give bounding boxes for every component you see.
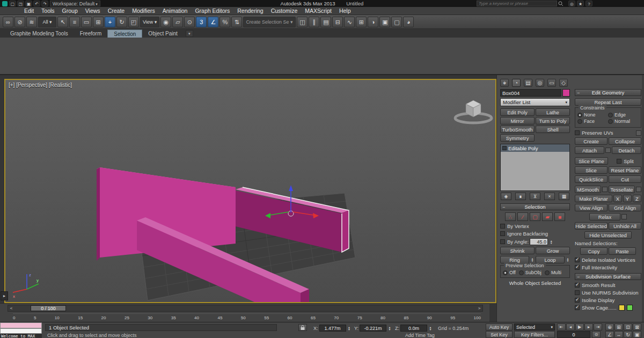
delete-isolated-vertices-checkbox[interactable]: Delete Isolated Vertices xyxy=(575,257,641,263)
field-of-view-icon[interactable]: ∠ xyxy=(605,331,614,338)
previous-frame-arrow[interactable]: < xyxy=(9,306,14,311)
constraint-radio[interactable]: Edge xyxy=(608,112,639,117)
key-mode-dropdown[interactable]: Selected▾ xyxy=(514,324,555,330)
border-mode-icon[interactable]: ▢ xyxy=(530,212,540,221)
loop-spinner[interactable]: ▲▼ xyxy=(566,258,570,262)
ribbon-toggle-icon[interactable]: ⊟ xyxy=(332,17,343,27)
hide-selected-button[interactable]: Hide Selected xyxy=(575,222,608,230)
grid-align-button[interactable]: Grid Align xyxy=(609,204,641,211)
modifier-button[interactable]: TurboSmooth xyxy=(500,126,535,133)
planar-y-button[interactable]: Y xyxy=(623,195,632,202)
display-tab-icon[interactable]: ▭ xyxy=(547,79,556,87)
selection-lock-toggle[interactable] xyxy=(298,324,307,331)
attach-button[interactable]: Attach xyxy=(575,146,604,154)
slice-button[interactable]: Slice xyxy=(575,166,608,174)
rendered-frame-window-icon[interactable]: ▢ xyxy=(391,17,402,27)
previous-frame-icon[interactable]: ◂ xyxy=(566,324,575,330)
time-slider-track[interactable]: < 0 / 100 > xyxy=(8,305,483,312)
bind-to-space-warp-icon[interactable]: ≋ xyxy=(26,17,37,27)
zoom-extents-all-icon[interactable]: ⊠ xyxy=(633,324,641,330)
window-crossing-toggle-icon[interactable]: ⊞ xyxy=(93,17,104,27)
ring-spinner[interactable]: ▲▼ xyxy=(530,258,535,262)
command-panel-scrollbar[interactable] xyxy=(642,75,644,322)
modifier-button[interactable]: Turn to Poly xyxy=(536,117,570,124)
search-input[interactable] xyxy=(477,1,557,6)
workspace-dropdown[interactable]: Workspace: Default xyxy=(50,1,100,6)
reference-coordinate-dropdown[interactable]: View ▾ xyxy=(140,17,159,27)
viewport-layout-tab[interactable]: ▸ xyxy=(1,291,8,300)
preview-selection-radio[interactable]: Multi xyxy=(545,270,561,275)
tab-graphite-modeling-tools[interactable]: Graphite Modeling Tools xyxy=(4,30,74,38)
undo-icon[interactable]: ↶ xyxy=(33,1,40,6)
menu-item[interactable]: Graph Editors xyxy=(191,7,233,15)
full-interactivity-checkbox[interactable]: Full Interactivity xyxy=(575,264,641,270)
hierarchy-tab-icon[interactable]: ▤ xyxy=(524,79,532,87)
orbit-icon[interactable]: ↻ xyxy=(624,331,632,338)
paste-button[interactable]: Paste xyxy=(609,247,636,255)
hide-unselected-button[interactable]: Hide Unselected xyxy=(584,231,632,239)
next-frame-icon[interactable]: ▸ xyxy=(584,324,593,330)
grow-button[interactable]: Grow xyxy=(536,247,570,254)
modifier-button[interactable]: Lathe xyxy=(536,108,570,116)
tessellate-options-button[interactable] xyxy=(636,187,641,192)
favorites-icon[interactable]: ★ xyxy=(577,1,584,6)
utilities-tab-icon[interactable]: ◇ xyxy=(559,79,568,87)
create-button[interactable]: Create xyxy=(575,137,608,145)
split-checkbox[interactable]: Split xyxy=(609,158,641,164)
show-end-result-icon[interactable]: ∎ xyxy=(515,193,526,200)
selection-rollout-header[interactable]: − Selection xyxy=(500,203,570,210)
menu-item[interactable]: Help xyxy=(335,7,355,15)
selection-filter-dropdown[interactable]: All ▾ xyxy=(38,17,56,27)
menu-item[interactable]: Group xyxy=(58,7,82,15)
go-to-end-icon[interactable]: ⇥ xyxy=(594,324,602,330)
remove-modifier-icon[interactable]: × xyxy=(544,193,555,200)
modifier-stack[interactable]: Editable Poly xyxy=(500,144,570,191)
relax-options-button[interactable] xyxy=(621,214,627,219)
percent-snap-toggle-icon[interactable]: % xyxy=(219,17,230,27)
maxscript-listener-pane[interactable] xyxy=(0,328,42,334)
unlink-selection-icon[interactable]: ⊘ xyxy=(14,17,25,27)
copy-button[interactable]: Copy xyxy=(580,247,608,255)
pin-stack-icon[interactable]: ◈ xyxy=(501,193,511,200)
select-and-manipulate-icon[interactable]: ▱ xyxy=(172,17,183,27)
time-slider[interactable]: 0 / 100 xyxy=(31,305,66,311)
angle-snap-toggle-icon[interactable]: ∠ xyxy=(208,17,218,27)
snaps-toggle-3d-icon[interactable]: 3 xyxy=(196,17,207,27)
make-planar-button[interactable]: Make Planar xyxy=(575,195,612,202)
tab-object-paint[interactable]: Object Paint xyxy=(142,30,183,38)
tab-freeform[interactable]: Freeform xyxy=(74,30,108,38)
isoline-display-checkbox[interactable]: Isoline Display xyxy=(575,297,641,303)
msmooth-options-button[interactable] xyxy=(602,187,608,192)
planar-x-button[interactable]: X xyxy=(613,195,622,202)
by-vertex-checkbox[interactable]: By Vertex xyxy=(500,223,570,229)
select-by-name-icon[interactable]: ≡ xyxy=(69,17,80,27)
coordinate-z-spinner[interactable]: ▲▼ xyxy=(428,326,433,330)
menu-item[interactable]: Animation xyxy=(159,7,192,15)
pan-icon[interactable]: ↔ xyxy=(614,331,623,338)
time-configuration-button[interactable]: ⊙ xyxy=(592,331,601,338)
preserve-uvs-options-button[interactable] xyxy=(636,130,641,136)
constraint-radio[interactable]: None xyxy=(577,112,608,117)
use-pivot-point-center-icon[interactable]: ◉ xyxy=(160,17,171,27)
zoom-icon[interactable]: ⊕ xyxy=(605,324,614,330)
set-key-button[interactable]: Set Key xyxy=(486,331,513,338)
shrink-button[interactable]: Shrink xyxy=(500,247,535,254)
object-color-swatch[interactable] xyxy=(562,89,570,97)
vertex-mode-icon[interactable]: ∴ xyxy=(505,212,516,221)
viewport-canvas[interactable]: z x y xyxy=(5,80,495,302)
menu-item[interactable]: Modifiers xyxy=(128,7,159,15)
menu-item[interactable]: Tools xyxy=(38,7,58,15)
new-scene-icon[interactable]: ▢ xyxy=(9,1,16,6)
save-file-icon[interactable]: ▣ xyxy=(25,1,32,6)
select-and-link-icon[interactable]: ∞ xyxy=(3,17,13,27)
modifier-button[interactable]: Symmetry xyxy=(500,134,535,142)
attach-options-button[interactable] xyxy=(605,148,611,153)
menu-item[interactable]: Customize xyxy=(267,7,302,15)
menu-item[interactable]: Views xyxy=(82,7,104,15)
create-tab-icon[interactable]: ∗ xyxy=(500,79,509,87)
relax-button[interactable]: Relax xyxy=(589,213,620,221)
named-selection-sets-dropdown[interactable]: Create Selection Se ▾ xyxy=(243,17,296,27)
spinner-snap-toggle-icon[interactable]: ⇅ xyxy=(231,17,242,27)
max-logo-icon[interactable] xyxy=(2,1,8,6)
preview-selection-radio[interactable]: SubObj xyxy=(519,270,541,275)
